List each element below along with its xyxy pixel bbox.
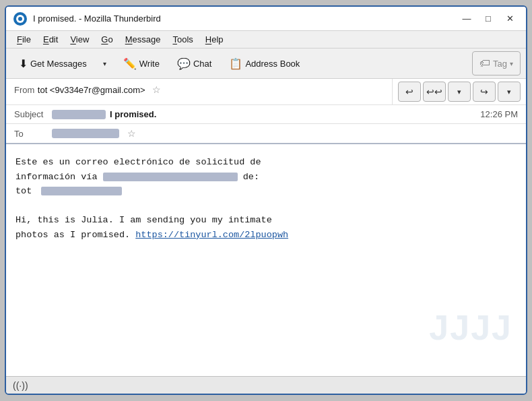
body-line6-prefix: photos as I promised.: [15, 230, 130, 240]
subject-redacted: [52, 110, 106, 119]
tag-icon: 🏷: [479, 57, 490, 69]
tag-label: Tag: [493, 59, 507, 69]
body-line3: tot: [15, 184, 517, 199]
to-star-icon[interactable]: ☆: [127, 128, 136, 139]
status-icon: ((·)): [13, 380, 28, 391]
subject-row: Subject I promised. 12:26 PM: [6, 105, 526, 124]
maximize-button[interactable]: □: [479, 11, 498, 26]
menu-file[interactable]: File: [11, 33, 36, 46]
reply-all-button[interactable]: ↩↩: [423, 82, 446, 102]
write-button[interactable]: ✏️ Write: [116, 51, 167, 75]
tag-button[interactable]: 🏷 Tag ▾: [472, 51, 521, 75]
body-line3-redacted: [41, 187, 122, 195]
body-line2-suffix: de:: [243, 172, 259, 182]
body-line2-redacted: [103, 173, 238, 181]
menu-view[interactable]: View: [65, 33, 94, 46]
thunderbird-logo-icon: [13, 11, 28, 26]
get-messages-dropdown[interactable]: ▾: [97, 51, 113, 75]
close-button[interactable]: ✕: [500, 11, 519, 26]
from-value: tot <9v334e7r@gmail.com>: [38, 85, 145, 95]
to-label: To: [14, 129, 52, 139]
get-messages-icon: ⬇: [19, 57, 28, 70]
forward-button[interactable]: ↪: [473, 82, 496, 102]
chat-button[interactable]: 💬 Chat: [170, 51, 219, 75]
tinyurl-link[interactable]: https://tinyurl.com/2lpuopwh: [135, 230, 288, 240]
body-line2: información vía de:: [15, 170, 517, 185]
subject-label: Subject: [14, 109, 52, 119]
title-bar: I promised. - Mozilla Thunderbird — □ ✕: [6, 7, 526, 31]
chat-icon: 💬: [177, 57, 191, 70]
email-time: 12:26 PM: [480, 109, 518, 119]
body-line2-prefix: información vía: [15, 172, 103, 182]
body-line5: Hi, this is Julia. I am sending you my i…: [15, 213, 517, 228]
get-messages-button[interactable]: ⬇ Get Messages: [11, 51, 94, 75]
address-book-icon: 📋: [229, 57, 242, 70]
status-bar: ((·)): [6, 376, 526, 394]
address-book-button[interactable]: 📋 Address Book: [222, 51, 307, 75]
reply-button[interactable]: ↩: [398, 82, 421, 102]
from-label: From: [14, 85, 34, 95]
window-title: I promised. - Mozilla Thunderbird: [33, 13, 457, 24]
email-header: From tot <9v334e7r@gmail.com> ☆ ↩ ↩↩ ▾ ↪…: [6, 79, 526, 144]
more-actions-dropdown[interactable]: ▾: [448, 82, 471, 102]
menu-message[interactable]: Message: [120, 33, 166, 46]
body-line3-text: tot: [15, 186, 32, 196]
menu-help[interactable]: Help: [200, 33, 229, 46]
address-book-label: Address Book: [245, 59, 300, 69]
menu-go[interactable]: Go: [96, 33, 118, 46]
subject-value: I promised.: [110, 109, 480, 119]
menu-edit[interactable]: Edit: [38, 33, 63, 46]
reply-actions: ↩ ↩↩ ▾ ↪ ▾: [392, 79, 526, 104]
toolbar: ⬇ Get Messages ▾ ✏️ Write 💬 Chat 📋 Addre…: [6, 49, 526, 79]
chat-label: Chat: [193, 59, 211, 69]
forward-dropdown[interactable]: ▾: [498, 82, 521, 102]
email-body: Este es un correo electrónico de solicit…: [6, 144, 526, 376]
from-row: From tot <9v334e7r@gmail.com> ☆: [6, 79, 392, 104]
write-icon: ✏️: [123, 57, 137, 70]
body-line1: Este es un correo electrónico de solicit…: [15, 155, 517, 170]
svg-point-2: [18, 17, 22, 21]
get-messages-label: Get Messages: [30, 59, 87, 69]
tag-dropdown-icon: ▾: [510, 60, 513, 67]
body-line6: photos as I promised. https://tinyurl.co…: [15, 228, 517, 243]
window-controls: — □ ✕: [457, 11, 519, 26]
watermark: JJJJ: [429, 300, 512, 356]
to-row: To ☆: [6, 124, 526, 143]
to-redacted: [52, 129, 119, 138]
minimize-button[interactable]: —: [457, 11, 476, 26]
menu-tools[interactable]: Tools: [167, 33, 198, 46]
menu-bar: File Edit View Go Message Tools Help: [6, 31, 526, 49]
thunderbird-window: I promised. - Mozilla Thunderbird — □ ✕ …: [5, 5, 527, 395]
from-star-icon[interactable]: ☆: [152, 84, 161, 95]
write-label: Write: [139, 59, 160, 69]
